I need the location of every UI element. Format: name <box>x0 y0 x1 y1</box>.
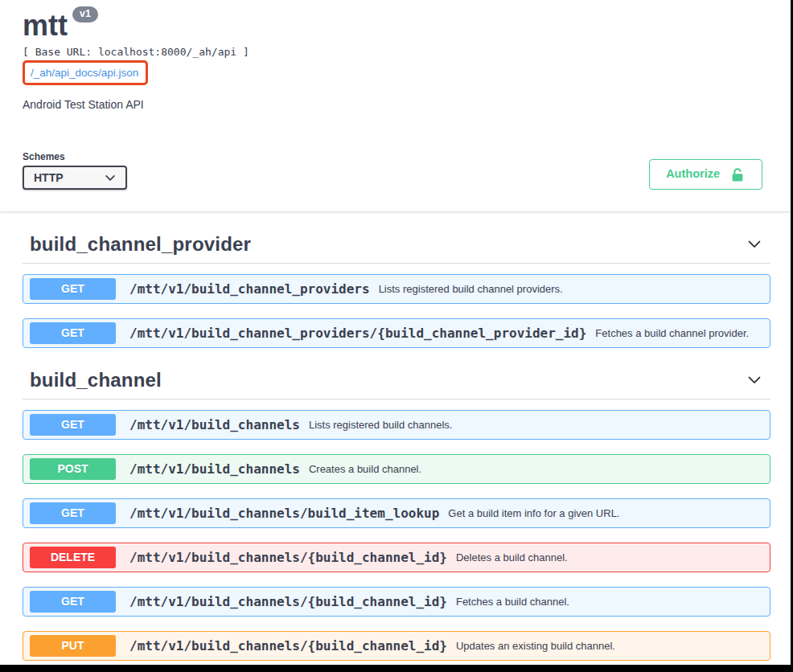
chevron-down-icon <box>105 172 116 183</box>
scheme-selected-value: HTTP <box>34 171 64 184</box>
window-edge-bottom <box>0 665 793 672</box>
scheme-select[interactable]: HTTP <box>23 166 127 190</box>
section-header[interactable]: build_channel <box>23 369 770 400</box>
section-header[interactable]: build_channel_provider <box>23 233 770 264</box>
method-badge: PUT <box>30 635 116 657</box>
operation-path: /mtt/v1/build_channels <box>129 461 300 477</box>
method-badge: GET <box>30 322 116 344</box>
operation-row[interactable]: DELETE /mtt/v1/build_channels/{build_cha… <box>23 543 770 572</box>
section-title: build_channel_provider <box>30 233 251 256</box>
version-badge: v1 <box>72 6 98 23</box>
api-title-text: mtt <box>23 9 68 42</box>
api-tag-section: build_channel GET /mtt/v1/build_channels… <box>23 369 770 661</box>
schemes-label: Schemes <box>23 151 127 162</box>
method-badge: POST <box>30 458 116 480</box>
swagger-page: mttv1 [ Base URL: localhost:8000/_ah/api… <box>0 0 793 672</box>
operation-row[interactable]: POST /mtt/v1/build_channels Creates a bu… <box>23 454 770 484</box>
operation-row[interactable]: GET /mtt/v1/build_channel_providers/{bui… <box>23 318 770 348</box>
operations-list: GET /mtt/v1/build_channel_providers List… <box>23 274 770 348</box>
operation-summary: Fetches a build channel provider. <box>595 327 749 339</box>
spec-link[interactable]: /_ah/api_docs/api.json <box>31 67 138 79</box>
operation-row[interactable]: GET /mtt/v1/build_channel_providers List… <box>23 274 770 304</box>
operation-path: /mtt/v1/build_channels/{build_channel_id… <box>129 638 447 654</box>
operation-path: /mtt/v1/build_channels <box>129 417 300 432</box>
operation-summary: Deletes a build channel. <box>456 551 568 563</box>
operation-path: /mtt/v1/build_channel_providers/{build_c… <box>129 326 586 341</box>
method-badge: GET <box>30 278 116 300</box>
operation-summary: Updates an existing build channel. <box>456 640 615 652</box>
operation-summary: Lists registered build channel providers… <box>379 283 563 295</box>
operation-row[interactable]: PUT /mtt/v1/build_channels/{build_channe… <box>23 631 770 661</box>
operation-path: /mtt/v1/build_channels/build_item_lookup <box>129 506 439 521</box>
base-url: [ Base URL: localhost:8000/_ah/api ] <box>23 46 770 58</box>
chevron-down-icon[interactable] <box>746 372 762 388</box>
authorize-label: Authorize <box>666 168 720 180</box>
api-title: mttv1 <box>23 10 770 42</box>
api-tag-section: build_channel_provider GET /mtt/v1/build… <box>23 233 770 348</box>
chevron-down-icon[interactable] <box>746 236 762 252</box>
method-badge: GET <box>30 502 116 524</box>
operations-area: build_channel_provider GET /mtt/v1/build… <box>0 233 793 661</box>
header-divider <box>0 211 793 212</box>
operation-summary: Lists registered build channels. <box>309 419 453 431</box>
scheme-container: Schemes HTTP Authorize <box>23 151 770 190</box>
operations-list: GET /mtt/v1/build_channels Lists registe… <box>23 410 770 661</box>
operation-summary: Get a build item info for a given URL. <box>448 507 619 519</box>
operation-path: /mtt/v1/build_channels/{build_channel_id… <box>129 550 447 565</box>
method-badge: GET <box>30 414 116 436</box>
operation-summary: Fetches a build channel. <box>456 596 569 608</box>
section-title: build_channel <box>30 369 162 391</box>
info-container: mttv1 [ Base URL: localhost:8000/_ah/api… <box>0 10 793 190</box>
method-badge: DELETE <box>30 547 116 568</box>
operation-path: /mtt/v1/build_channels/{build_channel_id… <box>129 594 447 609</box>
authorize-button[interactable]: Authorize <box>649 159 762 190</box>
operation-summary: Creates a build channel. <box>309 463 421 475</box>
method-badge: GET <box>30 591 116 613</box>
operation-row[interactable]: GET /mtt/v1/build_channels Lists registe… <box>23 410 770 440</box>
schemes-wrapper: Schemes HTTP <box>23 151 127 190</box>
unlock-icon <box>729 166 746 182</box>
api-description: Android Test Station API <box>23 98 770 111</box>
operation-row[interactable]: GET /mtt/v1/build_channels/{build_channe… <box>23 587 770 617</box>
spec-link-highlight-box: /_ah/api_docs/api.json <box>23 60 148 85</box>
operation-row[interactable]: GET /mtt/v1/build_channels/build_item_lo… <box>23 498 770 528</box>
operation-path: /mtt/v1/build_channel_providers <box>129 281 370 297</box>
